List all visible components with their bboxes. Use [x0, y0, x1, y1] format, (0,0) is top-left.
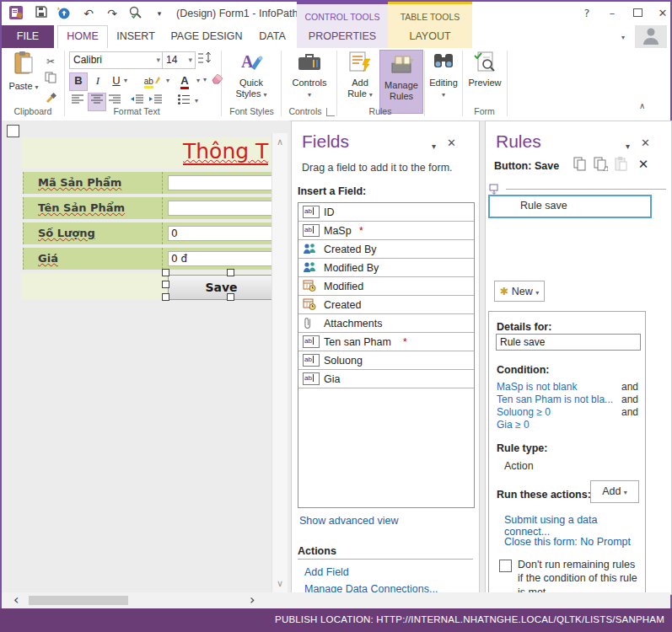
scroll-down-icon[interactable]: ∨ — [272, 578, 288, 589]
dont-run-remaining-checkbox[interactable] — [499, 560, 512, 572]
tab-insert[interactable]: INSERT — [110, 25, 162, 48]
form-label-cell[interactable]: Tên Sản Phẩm — [23, 197, 163, 219]
field-item-masp[interactable]: ab MaSp* — [298, 222, 474, 240]
font-name-combo[interactable]: Calibri▾ — [69, 51, 164, 69]
save-button[interactable]: Save — [168, 275, 275, 300]
field-item-modified[interactable]: Modified — [298, 277, 474, 296]
copy-icon[interactable] — [42, 72, 59, 88]
scrollbar-thumb[interactable] — [29, 596, 128, 605]
ribbon-options-caret-icon[interactable]: ▾ — [621, 34, 625, 41]
copy-all-rules-icon[interactable] — [594, 157, 610, 174]
table-select-handle[interactable] — [7, 125, 19, 137]
controls-icon — [288, 51, 331, 75]
highlight-caret-icon[interactable]: ▾ — [164, 72, 172, 89]
manage-rules-button[interactable]: Manage Rules — [379, 50, 423, 114]
field-item-gia[interactable]: ab Gia — [298, 370, 474, 388]
scroll-up-icon[interactable]: ∧ — [272, 137, 288, 147]
maximize-icon[interactable] — [627, 5, 648, 22]
tab-page-design[interactable]: PAGE DESIGN — [165, 25, 248, 48]
tab-data[interactable]: DATA — [250, 25, 295, 48]
rules-pane-menu-icon[interactable]: ▾ — [626, 142, 630, 151]
tab-layout[interactable]: LAYOUT — [388, 25, 472, 48]
fields-pane-menu-icon[interactable]: ▾ — [432, 142, 436, 151]
new-rule-button[interactable]: ✱ New ▾ — [494, 281, 545, 302]
rule-item-selected[interactable]: Rule save — [488, 195, 652, 218]
rule-name-input[interactable]: Rule save — [496, 334, 641, 351]
font-size-combo[interactable]: 14▾ — [162, 51, 196, 69]
editing-button[interactable]: Editing ▾ — [427, 51, 460, 100]
form-vertical-scrollbar[interactable]: ∧ ∨ — [271, 133, 288, 592]
quick-styles-button[interactable]: A Quick Styles ▾ — [228, 51, 275, 100]
show-advanced-view-link[interactable]: Show advanced view — [299, 515, 398, 527]
tab-home[interactable]: HOME — [57, 25, 108, 49]
selection-handle[interactable] — [162, 269, 169, 276]
infopath-logo-icon[interactable] — [7, 5, 25, 22]
condition-row[interactable]: Gia ≥ 0 — [489, 419, 643, 431]
font-color-caret-icon[interactable]: ▾ — [194, 72, 202, 89]
help-icon[interactable]: ? — [577, 5, 597, 22]
masp-input[interactable] — [168, 175, 273, 190]
cut-icon[interactable]: ✂ — [42, 53, 59, 70]
underline-caret-icon[interactable]: ▾ — [121, 72, 130, 89]
paste-button[interactable]: Paste ▾ — [7, 51, 40, 93]
form-label-cell[interactable]: Mã Sản Phẩm — [23, 172, 163, 194]
redo-icon[interactable]: ↷ — [103, 5, 121, 22]
save-icon[interactable] — [32, 5, 51, 22]
minimize-icon[interactable]: – — [602, 5, 622, 22]
ribbon: Paste ▾ ✂ Clipboard Calibri▾ 14▾ ▾ B I U… — [2, 48, 670, 121]
form-title-row[interactable]: Thông T — [21, 137, 273, 169]
gia-input[interactable]: 0 đ — [168, 251, 273, 266]
add-rule-button[interactable]: Add Rule ▾ — [342, 51, 378, 100]
format-painter-icon[interactable] — [42, 90, 59, 107]
tab-file[interactable]: FILE — [2, 25, 54, 48]
soluong-input[interactable]: 0 — [168, 226, 273, 241]
clear-formatting-icon[interactable] — [207, 72, 228, 89]
collapse-ribbon-icon[interactable]: ∧ — [639, 101, 645, 110]
add-field-link[interactable]: Add Field — [304, 566, 349, 578]
italic-button[interactable]: I — [89, 72, 106, 89]
rules-pane-close-icon[interactable]: ✕ — [641, 137, 650, 149]
field-item-created-by[interactable]: Created By — [298, 240, 474, 259]
account-avatar[interactable] — [635, 25, 667, 48]
design-checker-icon[interactable] — [126, 5, 145, 22]
paste-rule-icon[interactable] — [615, 157, 632, 174]
scroll-left-icon[interactable]: ‹ — [13, 592, 19, 608]
fields-pane-close-icon[interactable]: ✕ — [447, 137, 456, 149]
selection-handle[interactable] — [227, 269, 234, 276]
field-item-ten-san-pham[interactable]: ab Ten san Pham* — [298, 333, 474, 351]
field-item-id[interactable]: ab ID — [298, 203, 474, 222]
font-color-button[interactable]: A — [175, 72, 194, 89]
horizontal-scrollbar[interactable]: ‹ › — [2, 592, 670, 608]
qat-more-icon[interactable]: ▾ — [150, 5, 169, 22]
copy-rule-icon[interactable] — [573, 157, 590, 174]
close-icon[interactable]: ✕ — [653, 5, 672, 22]
condition-row[interactable]: Ten san Pham is not bla...and — [489, 394, 643, 406]
tab-properties[interactable]: PROPERTIES — [297, 25, 388, 48]
close-form-link[interactable]: Close this form: No Prompt — [504, 536, 631, 548]
bold-button[interactable]: B — [69, 72, 88, 91]
preview-button[interactable]: Preview — [465, 51, 504, 88]
condition-row[interactable]: MaSp is not blankand — [489, 381, 643, 394]
tensp-input[interactable] — [168, 201, 273, 216]
scroll-right-icon[interactable]: › — [250, 592, 255, 608]
delete-rule-icon[interactable]: ✕ — [635, 157, 652, 174]
field-item-modified-by[interactable]: Modified By — [298, 259, 474, 277]
manage-rules-icon — [380, 53, 422, 78]
line-spacing-icon[interactable]: ▾ — [194, 51, 216, 68]
controls-button[interactable]: Controls ▾ — [288, 51, 331, 100]
form-label-cell[interactable]: Số Lượng — [23, 222, 163, 244]
highlight-button[interactable]: ab — [142, 72, 164, 89]
selection-handle[interactable] — [162, 293, 169, 301]
selection-handle[interactable] — [162, 281, 169, 288]
field-item-created[interactable]: Created — [298, 296, 474, 314]
controls-dialog-launcher-icon[interactable] — [326, 108, 335, 116]
selection-handle[interactable] — [227, 293, 234, 301]
field-item-attachments[interactable]: Attachments — [298, 314, 474, 333]
submit-data-connection-link[interactable]: Submit using a data connect... — [504, 514, 645, 538]
field-item-soluong[interactable]: ab Soluong — [298, 351, 474, 370]
add-action-button[interactable]: Add ▾ — [590, 480, 639, 503]
form-label-cell[interactable]: Giá — [23, 248, 163, 270]
quick-publish-icon[interactable] — [54, 5, 73, 22]
condition-row[interactable]: Soluong ≥ 0and — [489, 406, 643, 419]
undo-icon[interactable]: ↶ — [79, 5, 98, 22]
